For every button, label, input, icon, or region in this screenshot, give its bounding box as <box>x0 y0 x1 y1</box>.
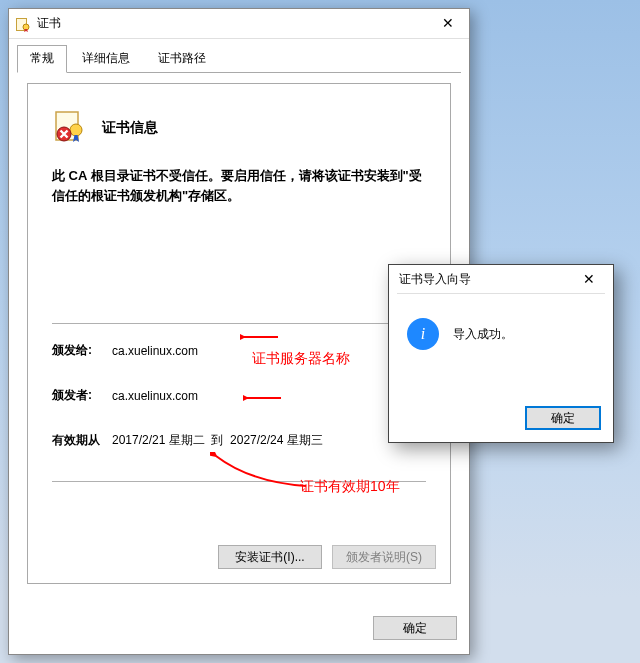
certificate-info-header: 证书信息 <box>52 108 426 148</box>
popup-body: i 导入成功。 <box>389 294 613 364</box>
issuer-statement-button: 颁发者说明(S) <box>332 545 436 569</box>
issued-by-value: ca.xuelinux.com <box>112 389 198 403</box>
install-certificate-button[interactable]: 安装证书(I)... <box>218 545 322 569</box>
certificate-warning-icon <box>52 108 92 148</box>
separator <box>52 481 426 482</box>
validity-label: 有效期从 <box>52 432 112 449</box>
validity-row: 有效期从 2017/2/21 星期二 到 2027/2/24 星期三 <box>52 432 426 449</box>
issued-to-row: 颁发给: ca.xuelinux.com <box>52 342 426 359</box>
svg-point-3 <box>70 124 82 136</box>
issued-by-row: 颁发者: ca.xuelinux.com <box>52 387 426 404</box>
certificate-titlebar-icon <box>15 16 31 32</box>
separator <box>52 323 426 324</box>
trust-warning-text: 此 CA 根目录证书不受信任。要启用信任，请将该证书安装到"受信任的根证书颁发机… <box>52 166 426 205</box>
issued-by-label: 颁发者: <box>52 387 112 404</box>
popup-close-button[interactable]: ✕ <box>571 267 607 291</box>
certificate-info-header-label: 证书信息 <box>102 119 158 137</box>
info-icon: i <box>407 318 439 350</box>
titlebar: 证书 ✕ <box>9 9 469 39</box>
popup-message: 导入成功。 <box>453 326 513 343</box>
ok-button[interactable]: 确定 <box>373 616 457 640</box>
import-success-popup: 证书导入向导 ✕ i 导入成功。 确定 <box>388 264 614 443</box>
issued-to-label: 颁发给: <box>52 342 112 359</box>
tabs-bar: 常规 详细信息 证书路径 <box>9 39 469 73</box>
popup-title: 证书导入向导 <box>399 271 471 288</box>
popup-ok-button[interactable]: 确定 <box>525 406 601 430</box>
tab-general[interactable]: 常规 <box>17 45 67 73</box>
issued-to-value: ca.xuelinux.com <box>112 344 198 358</box>
popup-titlebar: 证书导入向导 ✕ <box>389 265 613 293</box>
window-title: 证书 <box>37 15 61 32</box>
window-close-button[interactable]: ✕ <box>427 9 469 37</box>
panel-buttons: 安装证书(I)... 颁发者说明(S) <box>218 545 436 569</box>
dialog-footer: 确定 <box>373 616 457 640</box>
validity-dates: 2017/2/21 星期二 到 2027/2/24 星期三 <box>112 432 323 449</box>
tab-cert-path[interactable]: 证书路径 <box>145 45 219 73</box>
tab-details[interactable]: 详细信息 <box>69 45 143 73</box>
